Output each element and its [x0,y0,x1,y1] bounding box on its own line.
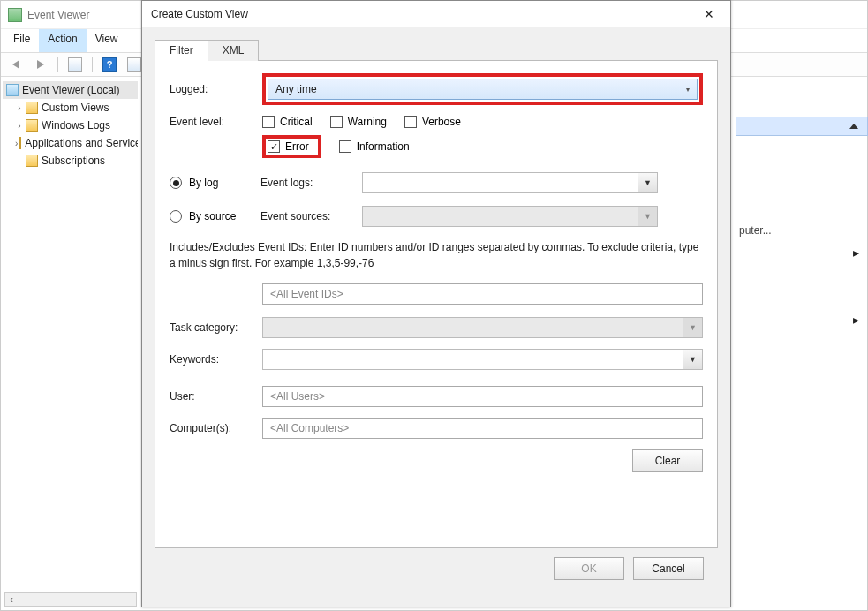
event-sources-select: ▼ [362,206,658,227]
tree-item-label: Applications and Services Logs [25,137,138,149]
checkbox-label: Critical [280,116,313,128]
folder-icon [26,155,38,167]
event-ids-help-text: Includes/Excludes Event IDs: Enter ID nu… [170,239,703,271]
expand-icon[interactable]: › [15,139,18,148]
tree-item-label: Windows Logs [42,119,110,132]
label-event-level: Event level: [170,116,262,128]
help-icon: ? [102,57,117,72]
actions-pane: puter... ▸ ▸ [736,117,868,380]
logged-dropdown[interactable]: Any time ▾ [268,79,698,100]
label-event-sources: Event sources: [260,210,362,223]
tree-item-subscriptions[interactable]: Subscriptions [3,152,138,170]
chevron-down-icon: ▾ [686,86,690,94]
tree-root[interactable]: Event Viewer (Local) [3,81,138,99]
radio-label-by-source: By source [189,210,236,223]
chevron-right-icon: ▸ [853,313,859,327]
checkbox-label: Warning [348,116,387,128]
menu-action[interactable]: Action [39,29,86,52]
radio-by-source[interactable] [170,210,182,223]
computer-icon [6,84,19,96]
toolbar-back-button[interactable] [6,55,26,74]
row-computers: Computer(s): <All Computers> [170,418,703,439]
expand-icon[interactable]: › [15,121,24,131]
menu-view[interactable]: View [87,29,127,52]
event-level-checkboxes-row2: ✓ Error Information [262,135,703,158]
row-event-level: Event level: Critical Warning [170,116,703,162]
arrow-right-icon [37,60,44,69]
label-event-logs: Event logs: [260,177,362,189]
dialog-close-button[interactable]: ✕ [697,4,721,24]
keywords-select[interactable]: ▼ [262,349,703,370]
row-by-log: By log Event logs: ▼ [170,172,703,193]
event-ids-input[interactable]: <All Event IDs> [262,283,703,305]
checkbox-warning[interactable]: Warning [330,116,387,128]
user-input[interactable]: <All Users> [262,386,703,407]
radio-label-by-log: By log [189,177,218,189]
expand-indicator[interactable]: ▸ [736,313,868,327]
checkbox-icon [404,116,417,128]
event-level-checkboxes: Critical Warning Verbose [262,116,703,128]
menu-file[interactable]: File [4,29,39,52]
toolbar-separator [57,57,58,72]
tree-item-label: Custom Views [42,102,109,114]
tab-bar: Filter XML [155,38,718,61]
label-logged: Logged: [170,83,262,95]
dialog-footer: OK Cancel [155,548,718,580]
logged-value: Any time [275,83,317,95]
expand-icon [15,156,24,166]
actions-pane-header[interactable] [736,117,868,136]
computers-input[interactable]: <All Computers> [262,418,703,439]
checkbox-critical[interactable]: Critical [262,116,313,128]
row-logged: Logged: Any time ▾ [170,73,703,105]
dropdown-button-icon[interactable]: ▼ [683,350,702,369]
toolbar-separator [92,57,93,72]
tab-filter[interactable]: Filter [155,40,208,61]
row-by-source: By source Event sources: ▼ [170,206,703,227]
highlight-logged: Any time ▾ [262,73,703,105]
radio-by-log[interactable] [170,177,182,189]
ok-button[interactable]: OK [554,557,624,580]
cancel-button[interactable]: Cancel [633,557,704,580]
tree-item-windows-logs[interactable]: › Windows Logs [3,117,138,134]
task-category-select: ▼ [262,317,703,338]
dropdown-button-icon: ▼ [638,207,657,226]
label-keywords: Keywords: [170,353,262,366]
folder-icon [19,137,21,149]
arrow-left-icon [12,60,19,69]
checkbox-error[interactable]: ✓ Error [268,140,309,153]
row-event-ids: <All Event IDs> [262,283,703,305]
label-user: User: [170,390,262,403]
row-user: User: <All Users> [170,386,703,407]
event-logs-select[interactable]: ▼ [362,172,658,193]
dialog-titlebar[interactable]: Create Custom View ✕ [142,1,730,27]
highlight-error: ✓ Error [262,135,321,158]
scroll-left-icon[interactable]: ‹ [5,593,18,606]
expand-indicator[interactable]: ▸ [736,245,868,260]
dialog-title: Create Custom View [151,8,248,20]
checkbox-verbose[interactable]: Verbose [404,116,461,128]
checkbox-label: Error [285,140,309,153]
tree-item-applications[interactable]: › Applications and Services Logs [3,134,138,152]
horizontal-scrollbar[interactable]: ‹ [4,592,137,607]
checkbox-label: Information [357,140,410,153]
tree-item-custom-views[interactable]: › Custom Views [3,99,138,117]
checkbox-label: Verbose [422,116,461,128]
expand-icon[interactable]: › [15,103,24,113]
generic-icon [127,57,141,72]
folder-icon [26,102,38,114]
clear-button[interactable]: Clear [632,449,703,472]
properties-icon [68,57,82,72]
dropdown-button-icon[interactable]: ▼ [638,173,657,192]
chevron-right-icon: ▸ [853,245,859,260]
checkbox-icon: ✓ [268,140,280,153]
collapse-up-icon [849,124,858,129]
toolbar-forward-button[interactable] [31,55,50,74]
tree-item-label: Subscriptions [42,155,105,167]
actions-pane-item[interactable]: puter... [736,224,868,237]
tree-root-label: Event Viewer (Local) [22,84,120,96]
checkbox-information[interactable]: Information [339,135,410,158]
dialog-content: Filter XML Logged: Any time ▾ Event l [142,27,730,589]
toolbar-properties-button[interactable] [65,55,85,74]
toolbar-help-button[interactable]: ? [100,55,119,74]
tab-xml[interactable]: XML [208,40,260,61]
